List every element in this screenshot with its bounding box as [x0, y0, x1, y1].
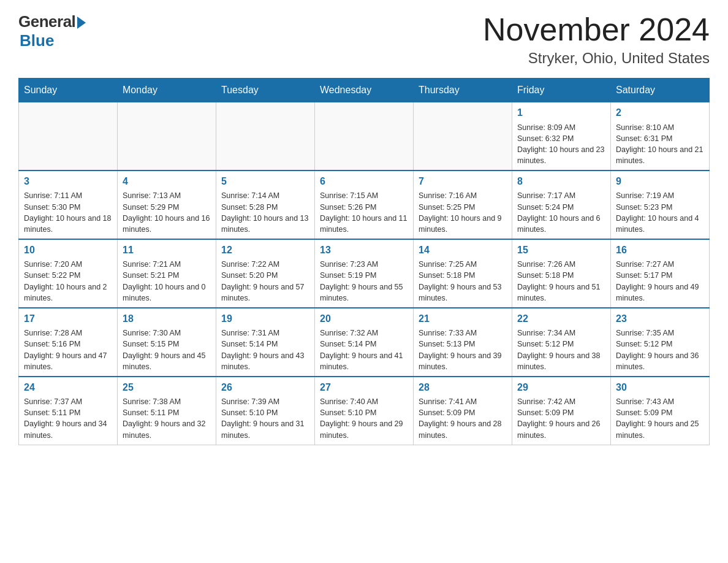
day-info: Sunrise: 7:13 AMSunset: 5:29 PMDaylight:… — [123, 190, 211, 235]
day-info: Sunrise: 8:10 AMSunset: 6:31 PMDaylight:… — [616, 122, 704, 167]
calendar-cell: 14Sunrise: 7:25 AMSunset: 5:18 PMDayligh… — [414, 239, 512, 308]
day-number: 22 — [517, 312, 605, 326]
day-number: 7 — [419, 175, 507, 188]
day-info: Sunrise: 7:40 AMSunset: 5:10 PMDaylight:… — [320, 396, 408, 441]
calendar-cell: 28Sunrise: 7:41 AMSunset: 5:09 PMDayligh… — [414, 377, 512, 445]
title-block: November 2024 Stryker, Ohio, United Stat… — [483, 12, 710, 67]
calendar-header-friday: Friday — [512, 79, 611, 102]
day-info: Sunrise: 7:11 AMSunset: 5:30 PMDaylight:… — [24, 190, 112, 235]
calendar-cell: 30Sunrise: 7:43 AMSunset: 5:09 PMDayligh… — [611, 377, 710, 445]
calendar-week-row-4: 17Sunrise: 7:28 AMSunset: 5:16 PMDayligh… — [19, 308, 710, 377]
day-number: 26 — [221, 381, 309, 394]
calendar-cell: 25Sunrise: 7:38 AMSunset: 5:11 PMDayligh… — [118, 377, 216, 445]
calendar-cell: 10Sunrise: 7:20 AMSunset: 5:22 PMDayligh… — [19, 239, 118, 308]
day-info: Sunrise: 7:35 AMSunset: 5:12 PMDaylight:… — [616, 327, 704, 372]
calendar-cell: 23Sunrise: 7:35 AMSunset: 5:12 PMDayligh… — [611, 308, 710, 377]
day-number: 23 — [616, 312, 704, 326]
day-number: 1 — [517, 106, 605, 120]
logo-general-text: General — [18, 12, 75, 31]
calendar-cell: 1Sunrise: 8:09 AMSunset: 6:32 PMDaylight… — [512, 102, 611, 170]
calendar-header-wednesday: Wednesday — [315, 79, 414, 102]
calendar-week-row-3: 10Sunrise: 7:20 AMSunset: 5:22 PMDayligh… — [19, 239, 710, 308]
calendar-cell: 5Sunrise: 7:14 AMSunset: 5:28 PMDaylight… — [216, 170, 315, 239]
day-info: Sunrise: 7:23 AMSunset: 5:19 PMDaylight:… — [320, 259, 408, 304]
calendar-title: November 2024 — [483, 12, 710, 47]
day-number: 20 — [320, 312, 408, 326]
day-number: 27 — [320, 381, 408, 394]
calendar-header-row: SundayMondayTuesdayWednesdayThursdayFrid… — [19, 79, 710, 102]
calendar-cell: 16Sunrise: 7:27 AMSunset: 5:17 PMDayligh… — [611, 239, 710, 308]
day-info: Sunrise: 7:26 AMSunset: 5:18 PMDaylight:… — [517, 259, 605, 304]
calendar-header-tuesday: Tuesday — [216, 79, 315, 102]
calendar-cell — [414, 102, 512, 170]
day-info: Sunrise: 7:21 AMSunset: 5:21 PMDaylight:… — [123, 259, 211, 304]
day-number: 18 — [123, 312, 211, 326]
day-info: Sunrise: 7:32 AMSunset: 5:14 PMDaylight:… — [320, 327, 408, 372]
day-number: 14 — [419, 243, 507, 257]
day-number: 15 — [517, 243, 605, 257]
day-number: 5 — [221, 175, 309, 188]
calendar-cell: 15Sunrise: 7:26 AMSunset: 5:18 PMDayligh… — [512, 239, 611, 308]
day-number: 28 — [419, 381, 507, 394]
logo-blue-text: Blue — [20, 31, 54, 50]
day-number: 6 — [320, 175, 408, 188]
day-info: Sunrise: 7:38 AMSunset: 5:11 PMDaylight:… — [123, 396, 211, 441]
page-header: General Blue November 2024 Stryker, Ohio… — [18, 12, 710, 67]
calendar-cell: 13Sunrise: 7:23 AMSunset: 5:19 PMDayligh… — [315, 239, 414, 308]
calendar-table: SundayMondayTuesdayWednesdayThursdayFrid… — [18, 78, 710, 445]
day-number: 4 — [123, 175, 211, 188]
day-info: Sunrise: 7:19 AMSunset: 5:23 PMDaylight:… — [616, 190, 704, 235]
calendar-week-row-5: 24Sunrise: 7:37 AMSunset: 5:11 PMDayligh… — [19, 377, 710, 445]
day-info: Sunrise: 7:42 AMSunset: 5:09 PMDaylight:… — [517, 396, 605, 441]
day-info: Sunrise: 7:27 AMSunset: 5:17 PMDaylight:… — [616, 259, 704, 304]
day-number: 12 — [221, 243, 309, 257]
day-number: 9 — [616, 175, 704, 188]
calendar-cell: 7Sunrise: 7:16 AMSunset: 5:25 PMDaylight… — [414, 170, 512, 239]
day-number: 30 — [616, 381, 704, 394]
day-info: Sunrise: 7:37 AMSunset: 5:11 PMDaylight:… — [24, 396, 112, 441]
calendar-cell — [216, 102, 315, 170]
day-info: Sunrise: 7:41 AMSunset: 5:09 PMDaylight:… — [419, 396, 507, 441]
day-number: 3 — [24, 175, 112, 188]
calendar-cell: 17Sunrise: 7:28 AMSunset: 5:16 PMDayligh… — [19, 308, 118, 377]
day-info: Sunrise: 7:34 AMSunset: 5:12 PMDaylight:… — [517, 327, 605, 372]
calendar-week-row-2: 3Sunrise: 7:11 AMSunset: 5:30 PMDaylight… — [19, 170, 710, 239]
day-number: 16 — [616, 243, 704, 257]
day-info: Sunrise: 7:30 AMSunset: 5:15 PMDaylight:… — [123, 327, 211, 372]
calendar-cell: 6Sunrise: 7:15 AMSunset: 5:26 PMDaylight… — [315, 170, 414, 239]
day-number: 13 — [320, 243, 408, 257]
day-number: 11 — [123, 243, 211, 257]
calendar-cell: 19Sunrise: 7:31 AMSunset: 5:14 PMDayligh… — [216, 308, 315, 377]
day-info: Sunrise: 7:31 AMSunset: 5:14 PMDaylight:… — [221, 327, 309, 372]
calendar-cell: 11Sunrise: 7:21 AMSunset: 5:21 PMDayligh… — [118, 239, 216, 308]
calendar-header-saturday: Saturday — [611, 79, 710, 102]
calendar-cell: 21Sunrise: 7:33 AMSunset: 5:13 PMDayligh… — [414, 308, 512, 377]
day-info: Sunrise: 7:16 AMSunset: 5:25 PMDaylight:… — [419, 190, 507, 235]
calendar-cell — [19, 102, 118, 170]
day-info: Sunrise: 7:28 AMSunset: 5:16 PMDaylight:… — [24, 327, 112, 372]
calendar-cell: 9Sunrise: 7:19 AMSunset: 5:23 PMDaylight… — [611, 170, 710, 239]
day-number: 8 — [517, 175, 605, 188]
calendar-cell: 18Sunrise: 7:30 AMSunset: 5:15 PMDayligh… — [118, 308, 216, 377]
calendar-cell: 3Sunrise: 7:11 AMSunset: 5:30 PMDaylight… — [19, 170, 118, 239]
calendar-cell: 22Sunrise: 7:34 AMSunset: 5:12 PMDayligh… — [512, 308, 611, 377]
calendar-header-sunday: Sunday — [19, 79, 118, 102]
calendar-cell — [315, 102, 414, 170]
day-info: Sunrise: 7:25 AMSunset: 5:18 PMDaylight:… — [419, 259, 507, 304]
calendar-cell: 20Sunrise: 7:32 AMSunset: 5:14 PMDayligh… — [315, 308, 414, 377]
calendar-week-row-1: 1Sunrise: 8:09 AMSunset: 6:32 PMDaylight… — [19, 102, 710, 170]
day-info: Sunrise: 7:43 AMSunset: 5:09 PMDaylight:… — [616, 396, 704, 441]
calendar-cell: 2Sunrise: 8:10 AMSunset: 6:31 PMDaylight… — [611, 102, 710, 170]
day-number: 24 — [24, 381, 112, 394]
day-info: Sunrise: 7:17 AMSunset: 5:24 PMDaylight:… — [517, 190, 605, 235]
day-number: 21 — [419, 312, 507, 326]
day-number: 10 — [24, 243, 112, 257]
calendar-header-thursday: Thursday — [414, 79, 512, 102]
day-info: Sunrise: 7:39 AMSunset: 5:10 PMDaylight:… — [221, 396, 309, 441]
day-number: 29 — [517, 381, 605, 394]
day-number: 17 — [24, 312, 112, 326]
day-info: Sunrise: 8:09 AMSunset: 6:32 PMDaylight:… — [517, 122, 605, 167]
calendar-cell — [118, 102, 216, 170]
logo: General Blue — [18, 12, 86, 50]
logo-arrow-icon — [77, 17, 86, 29]
